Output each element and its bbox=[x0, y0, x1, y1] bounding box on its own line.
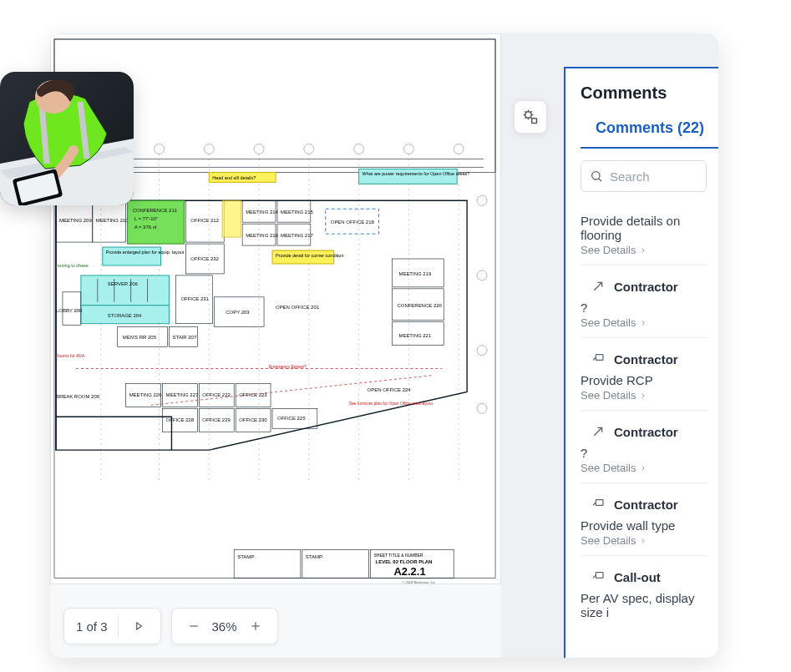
svg-rect-119 bbox=[596, 355, 603, 361]
search-input[interactable] bbox=[610, 169, 718, 184]
comment-body: Provide RCP bbox=[581, 373, 708, 387]
svg-text:Rooms for ADA: Rooms for ADA bbox=[56, 353, 85, 358]
svg-text:A2.2.1: A2.2.1 bbox=[393, 565, 425, 578]
svg-text:MEETING 214: MEETING 214 bbox=[246, 210, 278, 215]
comment-item[interactable]: Contractor Provide RCP See Details bbox=[581, 338, 708, 411]
svg-point-11 bbox=[454, 144, 464, 154]
arrow-icon bbox=[591, 424, 606, 439]
comments-panel: Comments Comments (22) Provide details o… bbox=[564, 67, 718, 658]
svg-text:Provide detail for corner cond: Provide detail for corner condition bbox=[276, 253, 343, 258]
svg-rect-28 bbox=[128, 200, 185, 244]
viewer-controls: 1 of 3 36% bbox=[63, 608, 278, 644]
comment-item[interactable]: Contractor ? See Details bbox=[581, 265, 708, 338]
comment-item[interactable]: Contractor Provide wall type See Details bbox=[581, 483, 708, 556]
comment-body: Provide details on flooring bbox=[581, 214, 708, 242]
see-details-link[interactable]: See Details bbox=[581, 244, 708, 256]
svg-text:SERVER 206: SERVER 206 bbox=[108, 281, 139, 286]
svg-text:CONFERENCE 220: CONFERENCE 220 bbox=[397, 303, 442, 308]
comment-author: Call-out bbox=[614, 570, 661, 584]
page-indicator-pill: 1 of 3 bbox=[63, 608, 161, 644]
chevron-right-icon bbox=[639, 392, 647, 400]
svg-text:STAMP:: STAMP: bbox=[306, 554, 324, 559]
svg-point-5 bbox=[155, 144, 165, 154]
svg-text:SHEET TITLE & NUMBER: SHEET TITLE & NUMBER bbox=[374, 553, 423, 558]
svg-text:© 2018 Bluebeam, Inc: © 2018 Bluebeam, Inc bbox=[402, 580, 434, 584]
page-indicator: 1 of 3 bbox=[76, 619, 108, 634]
svg-text:MEETING 226: MEETING 226 bbox=[129, 392, 162, 397]
see-details-link[interactable]: See Details bbox=[581, 316, 708, 329]
svg-text:STAIR 207: STAIR 207 bbox=[172, 335, 196, 340]
svg-point-116 bbox=[592, 172, 600, 179]
svg-text:STAMP:: STAMP: bbox=[237, 554, 256, 559]
svg-point-7 bbox=[254, 144, 264, 154]
svg-text:MEETING 219: MEETING 219 bbox=[398, 271, 431, 276]
comment-item[interactable]: Call-out Per AV spec, display size i bbox=[581, 556, 708, 619]
svg-text:MEETING 210: MEETING 210 bbox=[96, 218, 129, 223]
comment-item[interactable]: Provide details on flooring See Details bbox=[581, 202, 708, 265]
svg-text:Emergency Egress?: Emergency Egress? bbox=[269, 365, 307, 370]
panel-settings-button[interactable] bbox=[514, 100, 547, 134]
svg-text:What are power requirements fo: What are power requirements for Open Off… bbox=[363, 171, 470, 176]
svg-line-118 bbox=[594, 282, 601, 290]
svg-text:OFFICE 223: OFFICE 223 bbox=[239, 392, 267, 397]
svg-point-12 bbox=[477, 195, 487, 205]
svg-text:Head and sill details?: Head and sill details? bbox=[212, 175, 256, 180]
zoom-level: 36% bbox=[212, 619, 237, 634]
next-page-button[interactable] bbox=[129, 616, 149, 636]
svg-text:OFFICE 228: OFFICE 228 bbox=[165, 417, 194, 422]
svg-text:OFFICE 232: OFFICE 232 bbox=[190, 256, 219, 261]
zoom-out-button[interactable] bbox=[184, 616, 204, 636]
chevron-right-icon bbox=[639, 319, 647, 327]
svg-text:MEETING 209: MEETING 209 bbox=[59, 218, 92, 223]
svg-text:OFFICE 225: OFFICE 225 bbox=[277, 416, 306, 421]
svg-text:MEETING 221: MEETING 221 bbox=[398, 333, 431, 338]
svg-text:CONFERENCE 211: CONFERENCE 211 bbox=[133, 208, 178, 213]
chevron-right-icon bbox=[639, 464, 647, 472]
svg-rect-47 bbox=[81, 275, 170, 306]
comment-author: Contractor bbox=[614, 280, 678, 294]
svg-text:STORAGE 204: STORAGE 204 bbox=[108, 313, 142, 318]
svg-text:MEETING 216: MEETING 216 bbox=[246, 233, 278, 238]
svg-text:COPY 203: COPY 203 bbox=[226, 310, 250, 315]
see-details-link[interactable]: See Details bbox=[581, 462, 708, 474]
tab-comments[interactable]: Comments (22) bbox=[581, 113, 718, 149]
svg-text:MEETING 217: MEETING 217 bbox=[281, 233, 313, 238]
comments-title: Comments bbox=[581, 83, 718, 103]
svg-text:OPEN OFFICE 224: OPEN OFFICE 224 bbox=[368, 387, 412, 392]
svg-text:LOBBY 200: LOBBY 200 bbox=[56, 308, 83, 313]
comment-body: Provide wall type bbox=[581, 518, 708, 533]
svg-point-10 bbox=[403, 144, 413, 154]
svg-text:OFFICE 231: OFFICE 231 bbox=[180, 296, 209, 301]
comment-body: ? bbox=[581, 446, 708, 460]
svg-point-6 bbox=[204, 144, 214, 154]
comment-body: Per AV spec, display size i bbox=[581, 591, 708, 619]
see-details-link[interactable]: See Details bbox=[581, 389, 708, 402]
see-details-link[interactable]: See Details bbox=[581, 534, 708, 547]
app-card: .wL{stroke:#0d1a26;stroke-width:1.4;fill… bbox=[50, 33, 718, 658]
comment-body: ? bbox=[581, 301, 708, 315]
gear-icon bbox=[522, 109, 539, 125]
inset-photo bbox=[0, 72, 134, 205]
svg-point-14 bbox=[477, 346, 487, 356]
svg-text:LEVEL 02 FLOOR PLAN: LEVEL 02 FLOOR PLAN bbox=[376, 559, 433, 564]
chevron-right-icon bbox=[639, 537, 647, 545]
svg-line-120 bbox=[594, 427, 601, 435]
svg-text:routing to chase: routing to chase bbox=[56, 263, 89, 268]
comments-list[interactable]: Provide details on flooring See Details … bbox=[581, 202, 718, 658]
svg-rect-122 bbox=[596, 573, 603, 579]
comment-author: Contractor bbox=[614, 352, 678, 366]
comment-author: Contractor bbox=[614, 425, 678, 439]
arrow-icon bbox=[591, 279, 606, 294]
svg-point-9 bbox=[354, 144, 364, 154]
comment-item[interactable]: Contractor ? See Details bbox=[581, 411, 708, 483]
svg-point-13 bbox=[477, 270, 487, 280]
callout-icon bbox=[591, 351, 606, 366]
svg-point-8 bbox=[304, 144, 314, 154]
svg-text:A = 376 sf: A = 376 sf bbox=[134, 225, 157, 230]
comments-search[interactable] bbox=[581, 160, 707, 192]
svg-text:MEETING 227: MEETING 227 bbox=[165, 392, 198, 397]
svg-rect-121 bbox=[596, 500, 603, 506]
search-icon bbox=[590, 169, 603, 184]
zoom-in-button[interactable] bbox=[246, 616, 266, 636]
svg-text:Provide enlarged plan for equi: Provide enlarged plan for equip. layout bbox=[106, 250, 185, 255]
